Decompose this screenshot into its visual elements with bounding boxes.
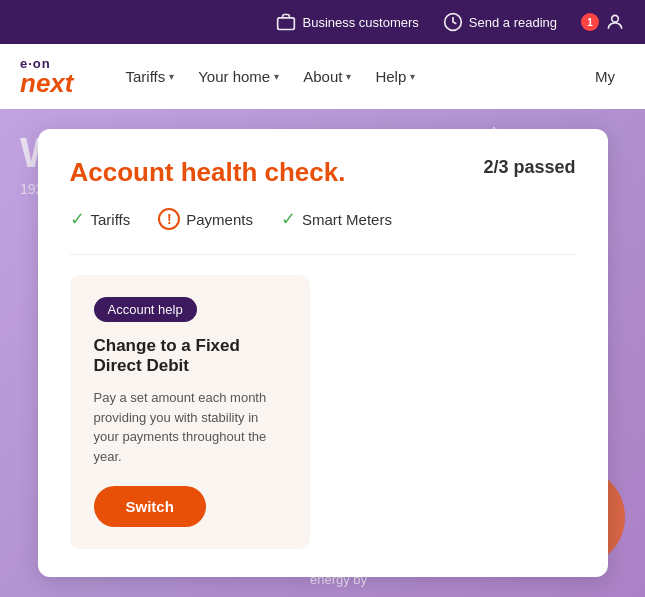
account-icon [605,12,625,32]
nav-my[interactable]: My [585,62,625,91]
card-description: Pay a set amount each month providing yo… [94,388,286,466]
chevron-down-icon: ▾ [346,71,351,82]
nav-bar: e·on next Tariffs ▾ Your home ▾ About ▾ … [0,44,645,109]
switch-button[interactable]: Switch [94,486,206,527]
business-customers-link[interactable]: Business customers [276,12,418,32]
check-smart-meters: ✓ Smart Meters [281,208,392,230]
check-payments: ! Payments [158,208,253,230]
logo[interactable]: e·on next [20,57,73,96]
logo-next: next [20,70,73,96]
checkmark-icon: ✓ [281,208,296,230]
health-check-modal: Account health check. 2/3 passed ✓ Tarif… [38,129,608,577]
notification-link[interactable]: 1 [581,12,625,32]
account-help-badge: Account help [94,297,197,322]
modal-header: Account health check. 2/3 passed [70,157,576,188]
meter-icon [443,12,463,32]
modal-checks: ✓ Tariffs ! Payments ✓ Smart Meters [70,208,576,230]
nav-help[interactable]: Help ▾ [365,62,425,91]
svg-point-2 [612,15,619,22]
top-bar: Business customers Send a reading 1 [0,0,645,44]
nav-your-home[interactable]: Your home ▾ [188,62,289,91]
svg-rect-0 [278,18,295,30]
modal-title: Account health check. [70,157,346,188]
check-payments-label: Payments [186,211,253,228]
help-card: Account help Change to a Fixed Direct De… [70,275,310,549]
modal-overlay: Account health check. 2/3 passed ✓ Tarif… [0,109,645,597]
nav-about[interactable]: About ▾ [293,62,361,91]
notification-badge: 1 [581,13,599,31]
send-reading-label: Send a reading [469,15,557,30]
check-tariffs-label: Tariffs [91,211,131,228]
business-label: Business customers [302,15,418,30]
send-reading-link[interactable]: Send a reading [443,12,557,32]
check-tariffs: ✓ Tariffs [70,208,131,230]
chevron-down-icon: ▾ [274,71,279,82]
nav-tariffs[interactable]: Tariffs ▾ [115,62,184,91]
chevron-down-icon: ▾ [169,71,174,82]
nav-items: Tariffs ▾ Your home ▾ About ▾ Help ▾ My [115,62,625,91]
check-smart-meters-label: Smart Meters [302,211,392,228]
modal-score: 2/3 passed [483,157,575,178]
card-title: Change to a Fixed Direct Debit [94,336,286,376]
checkmark-icon: ✓ [70,208,85,230]
modal-divider [70,254,576,255]
chevron-down-icon: ▾ [410,71,415,82]
briefcase-icon [276,12,296,32]
warning-icon: ! [158,208,180,230]
